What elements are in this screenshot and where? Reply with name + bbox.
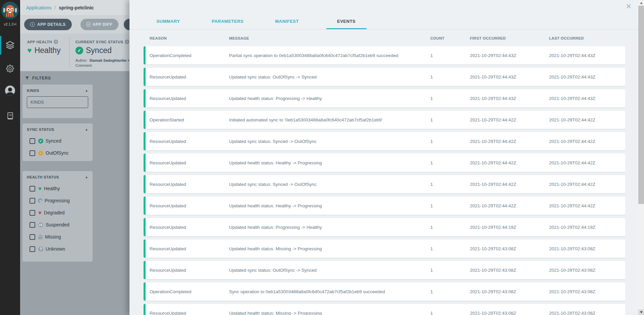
help-icon[interactable]: ? <box>125 40 129 44</box>
event-message: Partial sync operation to 0eb1a53003488a… <box>229 53 430 58</box>
event-count: 1 <box>430 246 470 251</box>
event-first-occurred: 2021-10-29T02:44:42Z <box>470 160 549 165</box>
event-last-occurred: 2021-10-29T02:44:42Z <box>549 117 625 122</box>
column-header: MESSAGE <box>229 36 430 40</box>
tab-events[interactable]: EVENTS <box>317 13 376 29</box>
event-row: ResourceUpdatedUpdated health status: Mi… <box>144 304 625 315</box>
version-label: v2.1.2+l <box>0 22 20 26</box>
event-message: Updated health status: Progressing -> He… <box>229 225 430 230</box>
scrollbar <box>638 0 644 315</box>
event-last-occurred: 2021-10-29T02:44:43Z <box>549 96 625 101</box>
filter-option-degraded[interactable]: ♥Degraded <box>22 207 93 219</box>
event-last-occurred: 2021-10-29T02:44:42Z <box>549 139 625 144</box>
event-reason: ResourceUpdated <box>150 74 229 80</box>
sidebar-item-settings[interactable] <box>0 59 20 78</box>
health-status-filter-card: HEALTH STATUS ▲ ♥HealthyProgressing♥Degr… <box>22 171 93 262</box>
health-status-options: ♥HealthyProgressing♥DegradedSuspendedMis… <box>22 182 93 255</box>
event-row: OperationCompletedPartial sync operation… <box>144 46 625 64</box>
filter-option-label: Degraded <box>44 210 65 215</box>
kinds-input[interactable] <box>27 96 88 108</box>
layers-icon <box>5 40 15 50</box>
sync-status-value: Synced <box>86 46 112 55</box>
tab-parameters[interactable]: PARAMETERS <box>198 13 257 29</box>
filter-option-label: Healthy <box>44 186 60 191</box>
event-row: ResourceUpdatedUpdated health status: Pr… <box>144 89 625 107</box>
event-reason: ResourceUpdated <box>150 139 229 144</box>
argo-logo <box>1 2 19 19</box>
scrollbar-thumb[interactable] <box>638 6 644 204</box>
event-message: Updated health status: Missing -> Progre… <box>229 246 430 251</box>
event-message: Updated health status: Healthy -> Progre… <box>229 203 430 208</box>
checkbox[interactable] <box>30 246 35 252</box>
event-first-occurred: 2021-10-29T02:44:43Z <box>470 53 549 58</box>
column-header: FIRST OCCURRED <box>470 36 549 40</box>
sidebar-item-documentation[interactable]: ? <box>0 106 20 125</box>
filter-option-label: Missing <box>45 234 61 240</box>
event-reason: ResourceUpdated <box>150 203 229 208</box>
checkbox[interactable] <box>30 210 35 216</box>
scrollbar-down-arrow[interactable] <box>638 309 644 315</box>
event-row: ResourceUpdatedUpdated health status: Pr… <box>144 218 625 236</box>
event-count: 1 <box>430 117 470 122</box>
event-first-occurred: 2021-10-29T02:44:42Z <box>470 139 549 144</box>
event-first-occurred: 2021-10-29T02:44:42Z <box>470 182 549 187</box>
tab-summary[interactable]: SUMMARY <box>139 13 198 29</box>
checkbox[interactable] <box>30 150 35 156</box>
event-reason: ResourceUpdated <box>150 246 229 251</box>
event-last-occurred: 2021-10-29T02:43:08Z <box>549 311 625 315</box>
filter-option-label: Progressing <box>45 198 70 203</box>
tab-manifest[interactable]: MANIFEST <box>257 13 317 29</box>
event-count: 1 <box>430 289 470 294</box>
scrollbar-up-arrow[interactable] <box>638 0 644 6</box>
logo-headphone-left <box>3 8 5 12</box>
event-message: Updated sync status: OutOfSync -> Synced <box>229 74 430 80</box>
event-row: ResourceUpdatedUpdated sync status: Sync… <box>144 175 625 193</box>
event-row: ResourceUpdatedUpdated health status: He… <box>144 154 625 172</box>
checkbox[interactable] <box>30 222 35 228</box>
help-icon[interactable]: ? <box>54 40 58 44</box>
event-row: ResourceUpdatedUpdated health status: Mi… <box>144 240 625 258</box>
sidebar-item-applications[interactable] <box>0 36 20 55</box>
breadcrumb-applications-link[interactable]: Applications <box>26 5 52 10</box>
event-reason: OperationCompleted <box>150 53 229 58</box>
breadcrumb-separator: / <box>55 5 56 10</box>
filter-option-suspended[interactable]: Suspended <box>22 219 93 231</box>
sync-status-filter-card: SYNC STATUS ▲ ✓Synced↑OutOfSync <box>22 123 93 161</box>
checkbox[interactable] <box>30 186 35 192</box>
event-reason: ResourceUpdated <box>150 268 229 273</box>
spinner-circle-icon <box>38 198 43 204</box>
event-message: Updated sync status: OutOfSync -> Synced <box>229 268 430 273</box>
event-row: ResourceUpdatedUpdated sync status: Sync… <box>144 132 625 150</box>
checkbox[interactable] <box>30 138 35 144</box>
synced-check-icon: ✓ <box>75 47 83 54</box>
filter-option-outofsync[interactable]: ↑OutOfSync <box>22 147 93 159</box>
filters-title: FILTERS <box>32 76 51 81</box>
diff-file-icon: + <box>87 22 90 27</box>
collapse-arrow-icon[interactable]: ▲ <box>85 89 88 92</box>
app-details-button[interactable]: i APP DETAILS <box>24 19 72 30</box>
nav-sidebar: v2.1.2+l ? <box>0 0 20 315</box>
sync-status-options: ✓Synced↑OutOfSync <box>22 135 93 159</box>
filter-option-missing[interactable]: Missing <box>22 231 93 243</box>
funnel-icon <box>25 76 30 81</box>
filter-option-synced[interactable]: ✓Synced <box>22 135 93 147</box>
event-reason: ResourceUpdated <box>150 311 229 315</box>
collapse-arrow-icon[interactable]: ▲ <box>85 128 88 131</box>
event-first-occurred: 2021-10-29T02:43:08Z <box>470 246 549 251</box>
pause-circle-icon <box>38 222 43 227</box>
event-count: 1 <box>430 139 470 144</box>
collapse-arrow-icon[interactable]: ▲ <box>85 175 88 179</box>
app-health-label: APP HEALTH <box>27 40 52 44</box>
filter-option-healthy[interactable]: ♥Healthy <box>22 182 93 195</box>
sidebar-item-user[interactable] <box>0 81 20 100</box>
checkbox[interactable] <box>30 198 35 204</box>
app-diff-button[interactable]: + APP DIFF <box>80 19 118 30</box>
event-count: 1 <box>430 96 470 101</box>
sync-status-filter-title: SYNC STATUS <box>27 127 54 132</box>
filter-option-unknown[interactable]: ?Unknown <box>22 243 93 255</box>
event-reason: ResourceUpdated <box>150 182 229 187</box>
event-last-occurred: 2021-10-29T02:44:42Z <box>549 182 625 187</box>
checkbox[interactable] <box>30 234 35 240</box>
column-header: LAST OCCURRED <box>549 36 625 40</box>
filter-option-progressing[interactable]: Progressing <box>22 195 93 207</box>
